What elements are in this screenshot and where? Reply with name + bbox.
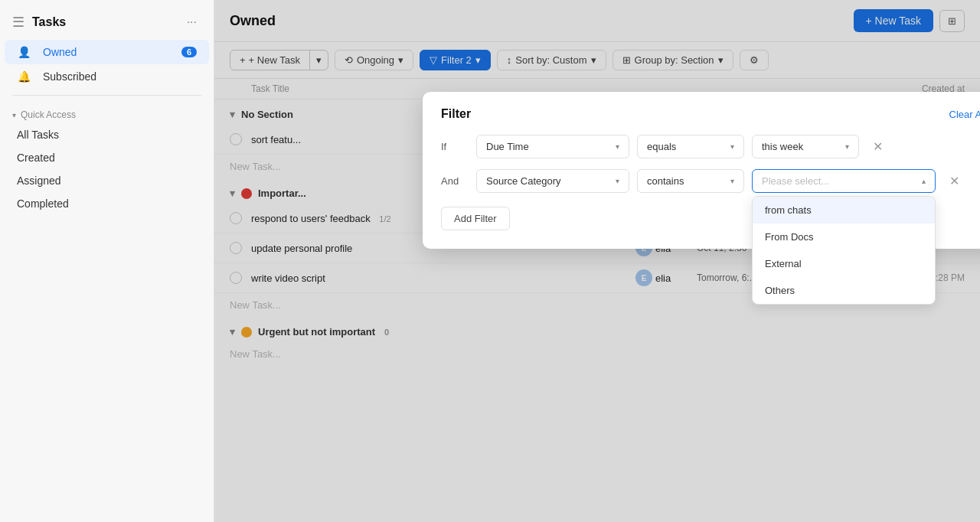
filter-operator-equals[interactable]: equals ▾: [637, 135, 744, 158]
dropdown-item-from-docs[interactable]: From Docs: [753, 223, 935, 250]
filter-value-select-input[interactable]: Please select... ▴: [752, 169, 936, 193]
chevron-down-icon: ▾: [845, 142, 849, 151]
filter-row-1: If Due Time ▾ equals ▾ this week ▾ ✕: [441, 135, 980, 158]
chevron-down-icon: ▾: [616, 177, 619, 185]
dropdown-item-others[interactable]: Others: [753, 277, 935, 304]
sidebar-item-assigned[interactable]: Assigned: [5, 169, 209, 192]
chevron-down-icon: ▾: [730, 142, 734, 151]
chevron-down-icon: ▾: [730, 177, 734, 185]
chevron-down-icon: ▾: [616, 142, 619, 151]
chevron-down-icon: ▾: [12, 111, 16, 119]
remove-filter-1-button[interactable]: ✕: [870, 138, 886, 155]
filter-operator-contains[interactable]: contains ▾: [637, 169, 744, 193]
dropdown-item-from-chats[interactable]: from chats: [753, 197, 935, 223]
remove-filter-2-button[interactable]: ✕: [946, 172, 962, 190]
filter-field-source-category[interactable]: Source Category ▾: [476, 169, 629, 193]
sidebar: ☰ Tasks ··· 👤 Owned 6 🔔 Subscribed ▾ Qui…: [0, 0, 214, 522]
dropdown-item-external[interactable]: External: [753, 250, 935, 277]
filter-connector-if: If: [441, 141, 469, 152]
owned-badge: 6: [181, 47, 197, 57]
add-filter-button[interactable]: Add Filter: [441, 207, 510, 230]
filter-modal-header: Filter Clear All: [441, 107, 980, 121]
filter-field-due-time[interactable]: Due Time ▾: [476, 135, 629, 158]
bell-icon: 🔔: [17, 70, 31, 83]
sidebar-item-created[interactable]: Created: [5, 146, 209, 169]
main-content: Owned + New Task ⊞ + + New Task ▾ ⟲ Ongo…: [214, 0, 980, 522]
sidebar-item-completed[interactable]: Completed: [5, 192, 209, 215]
filter-modal: Filter Clear All If Due Time ▾ equals ▾ …: [423, 92, 980, 249]
filter-connector-and: And: [441, 175, 469, 187]
quick-access-section[interactable]: ▾ Quick Access: [0, 102, 214, 123]
sidebar-item-subscribed[interactable]: 🔔 Subscribed: [5, 64, 209, 89]
person-icon: 👤: [17, 45, 31, 59]
filter-value-dropdown-wrapper: Please select... ▴ from chats From Docs …: [752, 169, 936, 193]
chevron-up-icon: ▴: [922, 177, 926, 185]
sidebar-header: ☰ Tasks ···: [0, 8, 214, 40]
more-options-button[interactable]: ···: [182, 14, 201, 31]
sidebar-title: Tasks: [32, 15, 66, 29]
clear-all-button[interactable]: Clear All: [949, 109, 980, 120]
sidebar-divider: [12, 95, 201, 96]
filter-row-2: And Source Category ▾ contains ▾ Please …: [441, 169, 980, 193]
sidebar-item-all-tasks[interactable]: All Tasks: [5, 123, 209, 146]
sidebar-title-row: ☰ Tasks: [12, 14, 66, 31]
filter-modal-title: Filter: [441, 107, 471, 121]
menu-toggle-icon[interactable]: ☰: [12, 14, 24, 31]
dropdown-list: from chats From Docs External Others: [752, 196, 936, 305]
filter-value-this-week[interactable]: this week ▾: [752, 135, 859, 158]
sidebar-item-owned[interactable]: 👤 Owned 6: [5, 40, 209, 64]
